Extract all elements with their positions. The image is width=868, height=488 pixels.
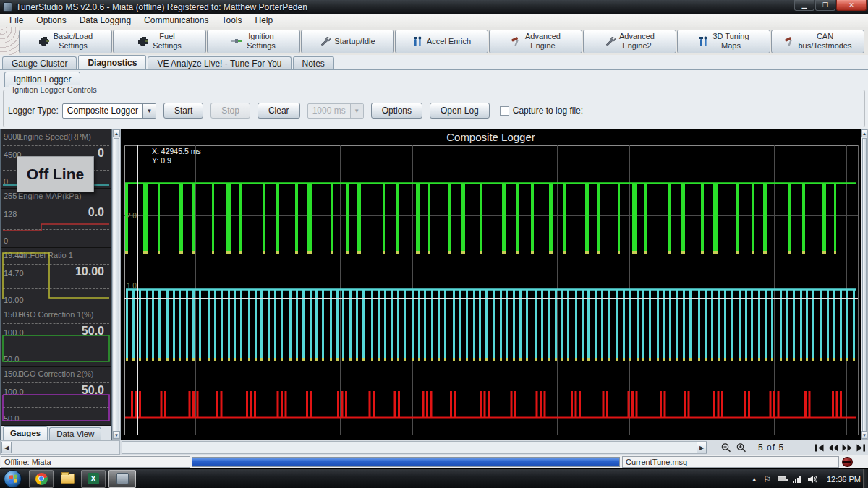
signal-cyan-pulse-tip: [526, 358, 528, 361]
menu-communications[interactable]: Communications: [137, 14, 215, 27]
taskbar-excel-button[interactable]: X: [81, 470, 106, 488]
signal-cyan-pulse-tip: [601, 358, 603, 361]
advanced-engine2-button[interactable]: Advanced Engine2: [583, 30, 676, 53]
scroll-up-icon[interactable]: ▲: [861, 129, 867, 137]
taskbar-chrome-button[interactable]: [29, 470, 54, 488]
ignition-settings-button[interactable]: Ignition Settings: [207, 30, 300, 53]
signal-red-pulse: [778, 391, 780, 417]
progress-fill: [192, 458, 619, 466]
scrollbar-thumb[interactable]: [862, 138, 867, 432]
signal-cyan-pulse: [751, 289, 753, 360]
scroll-up-icon[interactable]: ▲: [113, 129, 120, 137]
start-button[interactable]: Start: [163, 103, 203, 119]
signal-cyan-pulse: [260, 289, 263, 360]
clear-button[interactable]: Clear: [258, 103, 300, 119]
battery-icon[interactable]: [778, 476, 786, 481]
taskbar-clock[interactable]: 12:36 PM: [827, 475, 861, 484]
signal-green-pulse: [480, 183, 482, 253]
previous-page-button[interactable]: [827, 442, 838, 453]
signal-green-pulse: [516, 183, 519, 253]
signal-green-pulse-tip: [516, 251, 519, 254]
signal-green-pulse-tip: [618, 251, 620, 254]
maximize-button[interactable]: ❐: [815, 0, 835, 11]
taskbar-explorer-button[interactable]: [56, 470, 78, 488]
zoom-out-button[interactable]: [720, 442, 732, 454]
scroll-down-icon[interactable]: ▼: [861, 431, 867, 439]
signal-cyan-pulse: [765, 289, 767, 360]
signal-cyan-pulse-tip: [519, 358, 522, 361]
advanced-engine-button[interactable]: Advanced Engine: [489, 30, 582, 53]
taskbar-tunerstudio-button[interactable]: [109, 470, 136, 488]
start-button[interactable]: [4, 470, 22, 488]
tab-gauges[interactable]: Gauges: [3, 426, 48, 440]
next-page-button[interactable]: [841, 442, 852, 453]
fuel-settings-button[interactable]: Fuel Settings: [113, 30, 206, 53]
show-desktop-button[interactable]: [863, 469, 868, 488]
basic-load-settings-button[interactable]: Basic/Load Settings: [19, 30, 112, 53]
signal-cyan-pulse: [362, 289, 365, 360]
signal-green-pulse-tip: [357, 251, 361, 254]
signal-cyan-pulse-tip: [166, 358, 169, 361]
signal-cyan-pulse-tip: [541, 358, 543, 361]
scrollbar-thumb[interactable]: [114, 138, 119, 432]
startup-idle-button[interactable]: Startup/Idle: [301, 30, 394, 53]
signal-cyan-pulse-tip: [669, 358, 671, 361]
capture-to-log-checkbox[interactable]: [500, 106, 509, 116]
options-button[interactable]: Options: [371, 103, 422, 119]
action-center-flag-icon[interactable]: ⚐: [763, 474, 771, 484]
signal-red-pulse: [480, 391, 482, 417]
tab-ignition-logger[interactable]: Ignition Logger: [4, 72, 80, 87]
menu-help[interactable]: Help: [248, 14, 279, 27]
scroll-right-icon[interactable]: ▶: [697, 442, 707, 453]
signal-cyan-pulse: [336, 289, 339, 360]
logger-type-select[interactable]: Composite Logger ▼: [62, 103, 156, 119]
zoom-in-button[interactable]: [735, 442, 747, 454]
open-log-button[interactable]: Open Log: [430, 103, 490, 119]
can-bus-testmodes-button[interactable]: CAN bus/Testmodes: [771, 30, 864, 53]
signal-cyan-pulse: [595, 289, 597, 360]
signal-cyan-pulse: [330, 289, 332, 360]
menu-data-logging[interactable]: Data Logging: [73, 14, 137, 27]
tab-data-view[interactable]: Data View: [49, 427, 101, 440]
scroll-down-icon[interactable]: ▼: [113, 431, 120, 439]
chart-bottom-bar: ◀ ▶ 5 of 5: [0, 440, 868, 455]
signal-red-pulse: [606, 391, 608, 417]
signal-green-pulse: [226, 183, 231, 253]
scroll-left-icon[interactable]: ◀: [1, 442, 12, 453]
signal-green-pulse-tip: [331, 251, 333, 254]
sidebar-horizontal-scrollbar[interactable]: ◀: [0, 440, 120, 455]
tab-notes[interactable]: Notes: [293, 56, 334, 70]
signal-cyan-pulse: [158, 289, 161, 360]
network-signal-icon[interactable]: [793, 476, 801, 483]
signal-cyan-pulse-tip: [800, 358, 802, 361]
signal-cyan-pulse-tip: [765, 358, 767, 361]
signal-red-pulse: [337, 391, 339, 417]
close-button[interactable]: ✕: [836, 0, 867, 11]
composite-logger-chart[interactable]: 2.01.0 Composite Logger X: 42945.5 ms Y:…: [121, 129, 861, 440]
tab-ve-analyze-live-tune-for-you[interactable]: VE Analyze Live! - Tune For You: [148, 56, 291, 70]
chart-horizontal-scrollbar[interactable]: ▶: [122, 441, 707, 454]
first-page-button[interactable]: [814, 442, 825, 453]
chart-vertical-scrollbar[interactable]: ▲ ▼: [861, 129, 868, 440]
menu-options[interactable]: Options: [30, 14, 72, 27]
tab-diagnostics[interactable]: Diagnostics: [78, 55, 146, 70]
signal-cyan-pulse-tip: [676, 358, 678, 361]
signal-cyan-pulse-tip: [302, 358, 305, 361]
3d-tuning-maps-button[interactable]: 3D Tuning Maps: [677, 30, 770, 53]
sidebar-vertical-scrollbar[interactable]: ▲ ▼: [112, 129, 121, 440]
signal-cyan-pulse: [126, 289, 128, 360]
menu-tools[interactable]: Tools: [215, 14, 248, 27]
menu-file[interactable]: File: [3, 14, 30, 27]
last-page-button[interactable]: [855, 442, 866, 453]
accel-enrich-button[interactable]: Accel Enrich: [395, 30, 488, 53]
speaker-icon[interactable]: [807, 475, 818, 484]
tab-divider: [0, 69, 868, 70]
signal-cyan-pulse-tip: [391, 358, 393, 361]
tray-expand-icon[interactable]: ▲: [752, 476, 757, 481]
minimize-button[interactable]: ▁: [794, 0, 814, 11]
signal-cyan-pulse: [780, 289, 782, 360]
signal-green-pulse: [681, 183, 685, 253]
tab-gauge-cluster[interactable]: Gauge Cluster: [2, 56, 77, 70]
signal-red-pulse: [139, 391, 141, 417]
engine-icon: [38, 36, 50, 46]
